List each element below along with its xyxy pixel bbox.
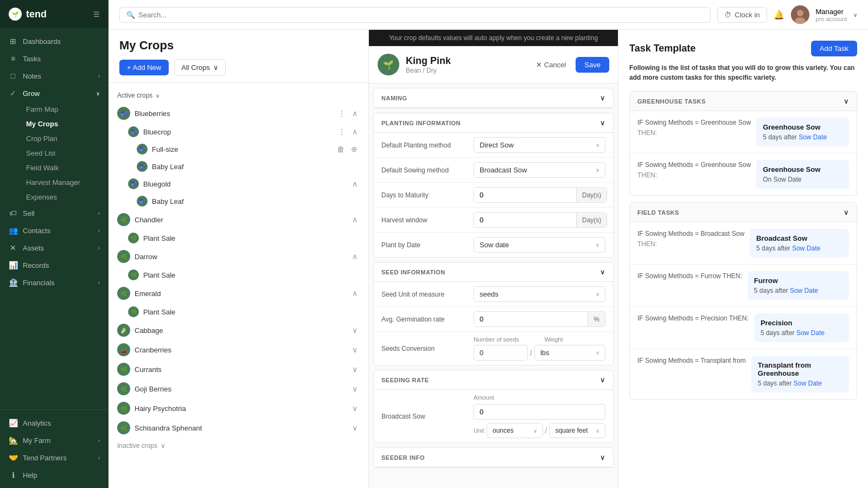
sidebar-item-seed-list[interactable]: Seed List — [17, 146, 108, 160]
sidebar-item-grow[interactable]: ✓ Grow ∨ — [0, 85, 108, 102]
list-item[interactable]: 🌿 Schisandra Sphenant ∨ — [108, 418, 368, 438]
sidebar-item-analytics[interactable]: 📈 Analytics — [0, 414, 108, 432]
right-panel-header: Task Template Add Task — [629, 41, 857, 56]
crop-collapse-button[interactable]: ∧ — [350, 214, 360, 225]
seeding-rate-header[interactable]: SEEDING RATE ∨ — [374, 370, 613, 390]
search-input[interactable] — [138, 11, 704, 19]
sidebar-item-my-crops[interactable]: My Crops — [17, 117, 108, 131]
user-dropdown-icon[interactable]: ∨ — [853, 12, 857, 18]
list-item[interactable]: 🌿 Plant Sale — [108, 266, 368, 284]
sidebar-label-grow: Grow — [23, 89, 40, 98]
list-item[interactable]: 🌿 Chandler ∧ — [108, 210, 368, 229]
amount-input[interactable] — [474, 404, 605, 420]
clock-in-button[interactable]: ⏱ Clock in — [717, 7, 767, 23]
days-maturity-input[interactable] — [474, 188, 576, 202]
sidebar-item-expenses[interactable]: Expenses — [17, 190, 108, 204]
sow-date-link[interactable]: Sow Date — [792, 245, 820, 252]
seed-info-header[interactable]: SEED INFORMATION ∨ — [374, 262, 613, 282]
sidebar-item-notes[interactable]: □ Notes › — [0, 67, 108, 85]
user-avatar[interactable] — [791, 5, 809, 24]
add-task-button[interactable]: Add Task — [811, 41, 857, 56]
crop-expand-button[interactable]: ∨ — [350, 422, 360, 433]
naming-section-header[interactable]: NAMING ∨ — [374, 88, 613, 108]
sowing-method-select[interactable]: Broadcast Sow ∨ — [474, 162, 605, 178]
unit-select[interactable]: ounces ∨ — [487, 423, 543, 438]
list-item[interactable]: 🌿 Emerald ∧ — [108, 284, 368, 303]
sidebar-item-harvest-manager[interactable]: Harvest Manager — [17, 175, 108, 190]
seeder-info-header[interactable]: SEEDER INFO ∨ — [374, 448, 613, 467]
sidebar-item-contacts[interactable]: 👥 Contacts › — [0, 222, 108, 239]
list-item[interactable]: 🌿 Plant Sale — [108, 303, 368, 320]
sidebar-item-dashboards[interactable]: ⊞ Dashboards — [0, 33, 108, 50]
list-item[interactable]: 🫐 Bluegold ∧ — [108, 175, 368, 192]
crop-more-button[interactable]: ⋮ — [336, 126, 348, 137]
save-button[interactable]: Save — [576, 57, 609, 73]
list-item[interactable]: 🌿 Darrow ∧ — [108, 247, 368, 266]
list-item[interactable]: 🌿 Plant Sale — [108, 229, 368, 247]
avg-germ-input[interactable] — [474, 312, 588, 326]
sidebar-item-my-farm[interactable]: 🏡 My Farm › — [0, 432, 108, 449]
sidebar-item-tend-partners[interactable]: 🤝 Tend Partners › — [0, 449, 108, 466]
inactive-crops-section[interactable]: Inactive crops ∨ — [108, 438, 368, 454]
menu-icon[interactable]: ☰ — [93, 10, 100, 18]
crop-expand-button[interactable]: ∨ — [350, 383, 360, 394]
crop-add-button[interactable]: ⊕ — [349, 144, 360, 155]
list-item[interactable]: 🌿 Hairy Psychotria ∨ — [108, 399, 368, 418]
cancel-button[interactable]: ✕ Cancel — [531, 57, 571, 73]
field-tasks-header[interactable]: FIELD TASKS ∨ — [630, 203, 857, 222]
sow-date-link[interactable]: Sow Date — [799, 133, 827, 141]
sow-date-link[interactable]: Sow Date — [794, 380, 822, 387]
sidebar-item-sell[interactable]: 🏷 Sell › — [0, 204, 108, 222]
crop-name: Plant Sale — [143, 308, 360, 316]
seeds-weight-select[interactable]: lbs ∨ — [534, 345, 605, 361]
seeds-number-input[interactable] — [474, 345, 528, 361]
sidebar-item-financials[interactable]: 🏦 Financials › — [0, 274, 108, 291]
greenhouse-tasks-header[interactable]: GREENHOUSE TASKS ∨ — [630, 92, 857, 111]
sidebar-item-assets[interactable]: ✕ Assets › — [0, 239, 108, 256]
list-item[interactable]: 🌿 Currants ∨ — [108, 359, 368, 379]
task-card: IF Sowing Methods = Transplant from Tran… — [630, 349, 857, 399]
list-item[interactable]: 🫐 Bluecrop ⋮ ∧ — [108, 123, 368, 140]
crop-expand-button[interactable]: ∨ — [350, 403, 360, 414]
area-select[interactable]: square feet ∨ — [549, 423, 605, 438]
list-item[interactable]: 🫐 Baby Leaf — [108, 158, 368, 175]
crop-delete-button[interactable]: 🗑 — [335, 144, 347, 155]
plant-by-date-select[interactable]: Sow date ∨ — [474, 237, 605, 253]
contacts-arrow-icon: › — [98, 228, 100, 234]
seed-uom-control: seeds ∨ — [474, 286, 605, 302]
broadcast-sow-control: Amount Unit ounces ∨ / square fee — [474, 394, 605, 438]
crop-icon: 🌿 — [117, 213, 130, 226]
list-item[interactable]: 🥬 Cabbage ∨ — [108, 320, 368, 340]
sidebar-item-records[interactable]: 📊 Records — [0, 256, 108, 274]
crop-collapse-button[interactable]: ∧ — [350, 108, 360, 119]
notification-bell-icon[interactable]: 🔔 — [774, 10, 784, 20]
crop-collapse-button[interactable]: ∧ — [350, 251, 360, 262]
sidebar-item-crop-plan[interactable]: Crop Plan — [17, 131, 108, 146]
planting-info-header[interactable]: PLANTING INFORMATION ∨ — [374, 113, 613, 133]
sow-date-link[interactable]: Sow Date — [790, 287, 818, 294]
add-new-button[interactable]: + Add New — [119, 60, 169, 75]
crop-collapse-button[interactable]: ∧ — [350, 126, 360, 137]
list-item[interactable]: 🫐 Full-size 🗑 ⊕ — [108, 140, 368, 158]
crop-expand-button[interactable]: ∨ — [350, 325, 360, 336]
list-item[interactable]: 🫐 Baby Leaf — [108, 192, 368, 210]
sidebar-item-field-walk[interactable]: Field Walk — [17, 160, 108, 175]
seed-uom-select[interactable]: seeds ∨ — [474, 286, 605, 302]
crop-expand-button[interactable]: ∨ — [350, 364, 360, 375]
list-item[interactable]: 🍒 Cranberries ∨ — [108, 340, 368, 359]
crop-more-button[interactable]: ⋮ — [336, 108, 348, 119]
active-crops-section[interactable]: Active crops ∨ — [108, 87, 368, 104]
sidebar-item-help[interactable]: ℹ Help — [0, 466, 108, 484]
list-item[interactable]: 🫐 Blueberries ⋮ ∧ — [108, 104, 368, 123]
crop-collapse-button[interactable]: ∧ — [350, 178, 360, 189]
sow-date-link[interactable]: Sow Date — [796, 329, 825, 337]
sidebar-item-tasks[interactable]: ≡ Tasks — [0, 50, 108, 67]
list-item[interactable]: 🌿 Goji Berries ∨ — [108, 379, 368, 399]
sidebar-item-farm-map[interactable]: Farm Map — [17, 102, 108, 117]
crop-expand-button[interactable]: ∨ — [350, 344, 360, 355]
all-crops-button[interactable]: All Crops ∨ — [174, 59, 226, 76]
harvest-window-input[interactable] — [474, 213, 576, 227]
crop-collapse-button[interactable]: ∧ — [350, 288, 360, 299]
planting-method-select[interactable]: Direct Sow ∨ — [474, 137, 605, 153]
crop-icon: 🌿 — [117, 421, 130, 434]
